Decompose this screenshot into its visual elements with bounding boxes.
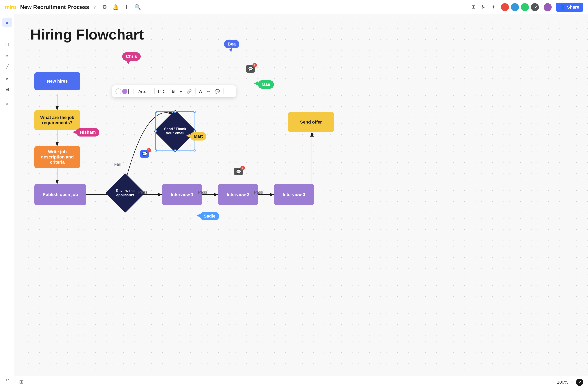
magic-icon[interactable]: ✦ [491, 4, 496, 10]
panel-toggle[interactable]: ⊞ [19, 379, 24, 385]
comment-badge-1: 2 [253, 63, 257, 68]
node-interview3[interactable]: Interview 3 [274, 184, 314, 205]
pen-tool[interactable]: ✏ [2, 51, 12, 61]
cursor-mae: Mae [258, 80, 274, 89]
text-color-btn[interactable]: A [197, 88, 204, 95]
shape-square-btn[interactable] [128, 89, 133, 94]
upload-icon[interactable]: ⬆ [125, 4, 129, 10]
cursor-matt-arrow [186, 134, 190, 138]
node-interview1[interactable]: Interview 1 [162, 184, 202, 205]
text-tool[interactable]: T [2, 29, 12, 38]
font-selector[interactable]: Arial [137, 88, 153, 95]
expand-tools[interactable]: ≫ [2, 99, 12, 109]
cursor-bea-label: Bea [224, 40, 239, 48]
cursor-sadie-arrow [197, 214, 201, 218]
zoom-controls: − 100% + ? [551, 379, 583, 386]
zoom-in-btn[interactable]: + [571, 379, 574, 385]
comment-badge-3: 3 [240, 166, 245, 170]
pass-label-1: Pass [138, 190, 147, 194]
canvas: Hiring Flowchart New hires What are the … [14, 14, 588, 388]
toolbar-divider [4, 97, 11, 97]
node-send-offer[interactable]: Send offer [288, 112, 334, 132]
link-btn[interactable]: 🔗 [185, 88, 194, 95]
size-arrows[interactable]: ▲ ▼ [163, 89, 165, 94]
avatar-1 [501, 3, 509, 12]
pass-label-3: Pass [254, 190, 263, 194]
star-icon[interactable]: ☆ [93, 4, 98, 10]
cursor-chris-label: Chris [122, 52, 141, 61]
node-interview2[interactable]: Interview 2 [218, 184, 258, 205]
bold-btn[interactable]: B [170, 88, 177, 95]
comment-bubble-1[interactable]: 💬 2 [246, 65, 255, 73]
align-btn[interactable]: ≡ [178, 88, 184, 95]
connector-tool[interactable]: ∧ [2, 73, 12, 83]
comment-bubble-3[interactable]: 💬 3 [234, 168, 243, 175]
cursor-chris: Chris [122, 52, 141, 64]
cursor-mae-label: Mae [258, 80, 274, 89]
highlight-btn[interactable]: ✏ [205, 88, 212, 95]
cursor-sadie-label: Sadie [200, 212, 219, 220]
cursor-bea: Bea [224, 40, 239, 52]
sep1 [135, 88, 135, 95]
cursor-hisham-arrow [73, 130, 77, 134]
notifications-icon[interactable]: 🔔 [112, 4, 119, 10]
sticky-note-tool[interactable]: ☐ [2, 40, 12, 49]
cursor-hisham: Hisham [76, 128, 99, 137]
zoom-level: 100% [557, 380, 568, 385]
cursor-mae-arrow [254, 81, 258, 85]
board-title: Hiring Flowchart [30, 26, 144, 43]
comment-bubble-2[interactable]: 💬 3 [140, 150, 149, 158]
node-job-requirements[interactable]: What are the job requirements? [34, 110, 80, 130]
avatar-group: 12 [501, 3, 539, 12]
cursor-matt-label: Matt [190, 132, 206, 141]
font-size-control[interactable]: 14 ▲ ▼ [156, 88, 166, 95]
person-icon: 👤 [560, 5, 565, 10]
pass-label-2: Pass [198, 190, 207, 194]
node-write-job-desc[interactable]: Write job description and criteria [34, 146, 80, 168]
current-user-avatar [543, 3, 552, 12]
cursor-sadie: Sadie [200, 212, 219, 220]
topbar: miro New Recruitment Process ☆ ⚙ 🔔 ⬆ 🔍 ⊞… [0, 0, 588, 14]
comment-badge-2: 3 [147, 148, 151, 152]
node-publish-open-job[interactable]: Publish open job [34, 184, 86, 205]
format-toolbar: ○ Arial 14 ▲ ▼ B ≡ 🔗 A ✏ 💬 ... [112, 85, 236, 97]
settings-icon[interactable]: ⚙ [102, 4, 107, 10]
sep5 [224, 88, 224, 95]
line-tool[interactable]: ╱ [2, 62, 12, 72]
sep4 [195, 88, 196, 95]
undo-tool[interactable]: ↩ [2, 375, 12, 385]
shape-circle-btn[interactable]: ○ [115, 88, 121, 95]
bottom-bar: ⊞ − 100% + ? [14, 376, 588, 388]
miro-logo: miro [5, 4, 16, 10]
cursor-hisham-label: Hisham [76, 128, 99, 137]
avatar-count: 12 [531, 3, 539, 12]
zoom-out-btn[interactable]: − [551, 379, 554, 385]
diamond-send-thank-you[interactable]: Send "Thank you" email [156, 112, 194, 150]
cursor-matt: Matt [190, 132, 206, 141]
grid-icon[interactable]: ⊞ [471, 4, 476, 10]
avatar-2 [511, 3, 519, 12]
avatar-3 [520, 3, 529, 12]
help-btn[interactable]: ? [576, 379, 583, 386]
cursor-bea-arrow [230, 48, 234, 52]
select-tool[interactable]: ▲ [2, 18, 12, 27]
more-btn[interactable]: ... [225, 88, 233, 95]
color-swatch[interactable] [122, 89, 128, 94]
share-button[interactable]: 👤 Share [556, 2, 583, 12]
left-toolbar: ▲ T ☐ ✏ ╱ ∧ ⊞ ≫ ↩ [0, 14, 14, 388]
project-title: New Recruitment Process [20, 4, 89, 10]
cursor-chris-arrow [126, 61, 130, 64]
comment-btn[interactable]: 💬 [213, 88, 222, 95]
node-new-hires[interactable]: New hires [34, 72, 80, 90]
search-icon[interactable]: 🔍 [134, 4, 141, 10]
frame-tool[interactable]: ⊞ [2, 85, 12, 94]
cursor-icon[interactable]: ⊱ [481, 4, 486, 10]
fail-label: Fail [114, 162, 121, 167]
